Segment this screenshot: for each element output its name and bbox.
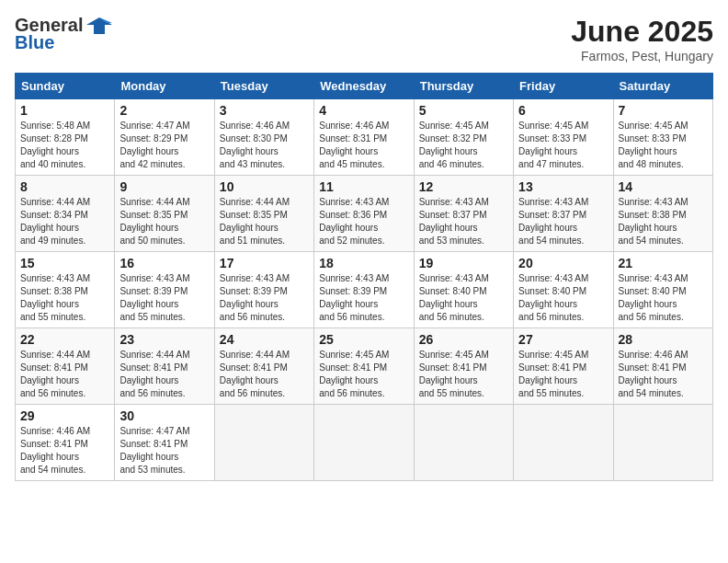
calendar-cell: 22 Sunrise: 4:44 AM Sunset: 8:41 PM Dayl…: [16, 328, 115, 405]
calendar-cell: 2 Sunrise: 4:47 AM Sunset: 8:29 PM Dayli…: [115, 99, 214, 176]
day-info: Sunrise: 4:44 AM Sunset: 8:35 PM Dayligh…: [220, 196, 309, 247]
day-info: Sunrise: 4:46 AM Sunset: 8:41 PM Dayligh…: [619, 349, 708, 400]
day-number: 19: [419, 256, 508, 270]
day-number: 22: [20, 332, 109, 347]
calendar-title-area: June 2025 Farmos, Pest, Hungary: [571, 15, 713, 63]
calendar-cell: 26 Sunrise: 4:45 AM Sunset: 8:41 PM Dayl…: [414, 328, 513, 405]
day-number: 10: [220, 179, 309, 194]
day-number: 23: [119, 332, 209, 347]
logo-bird-icon: [86, 16, 112, 36]
day-number: 5: [419, 103, 508, 118]
day-info: Sunrise: 4:47 AM Sunset: 8:29 PM Dayligh…: [119, 120, 209, 171]
calendar-cell: 19 Sunrise: 4:43 AM Sunset: 8:40 PM Dayl…: [414, 252, 513, 328]
calendar-cell: 25 Sunrise: 4:45 AM Sunset: 8:41 PM Dayl…: [314, 328, 414, 405]
day-info: Sunrise: 4:44 AM Sunset: 8:35 PM Dayligh…: [119, 196, 209, 247]
logo-blue-text: Blue: [15, 32, 54, 53]
day-number: 30: [119, 408, 209, 423]
header-sunday: Sunday: [16, 74, 115, 99]
calendar-cell: 27 Sunrise: 4:45 AM Sunset: 8:41 PM Dayl…: [514, 328, 613, 405]
calendar-cell: [214, 405, 313, 481]
day-info: Sunrise: 4:43 AM Sunset: 8:40 PM Dayligh…: [419, 272, 508, 324]
day-number: 12: [419, 179, 508, 194]
day-info: Sunrise: 4:44 AM Sunset: 8:41 PM Dayligh…: [220, 349, 309, 400]
calendar-cell: 1 Sunrise: 5:48 AM Sunset: 8:28 PM Dayli…: [16, 99, 115, 176]
day-number: 21: [619, 256, 708, 270]
day-info: Sunrise: 4:44 AM Sunset: 8:41 PM Dayligh…: [20, 349, 109, 400]
calendar-cell: 10 Sunrise: 4:44 AM Sunset: 8:35 PM Dayl…: [214, 176, 313, 252]
day-info: Sunrise: 4:43 AM Sunset: 8:40 PM Dayligh…: [619, 272, 708, 324]
day-info: Sunrise: 4:46 AM Sunset: 8:31 PM Dayligh…: [319, 120, 408, 171]
day-number: 26: [419, 332, 508, 347]
day-number: 2: [119, 103, 209, 118]
day-info: Sunrise: 4:45 AM Sunset: 8:41 PM Dayligh…: [419, 349, 508, 400]
day-number: 14: [619, 179, 708, 194]
day-info: Sunrise: 4:47 AM Sunset: 8:41 PM Dayligh…: [119, 425, 209, 477]
day-info: Sunrise: 4:43 AM Sunset: 8:39 PM Dayligh…: [220, 272, 309, 324]
calendar-cell: 7 Sunrise: 4:45 AM Sunset: 8:33 PM Dayli…: [613, 99, 712, 176]
day-info: Sunrise: 4:43 AM Sunset: 8:38 PM Dayligh…: [20, 272, 109, 324]
calendar-title: June 2025: [571, 15, 713, 49]
calendar-cell: 3 Sunrise: 4:46 AM Sunset: 8:30 PM Dayli…: [214, 99, 313, 176]
day-number: 6: [518, 103, 608, 118]
day-number: 18: [319, 256, 408, 270]
day-number: 27: [518, 332, 608, 347]
day-info: Sunrise: 4:46 AM Sunset: 8:41 PM Dayligh…: [20, 425, 109, 477]
day-number: 25: [319, 332, 408, 347]
day-info: Sunrise: 4:46 AM Sunset: 8:30 PM Dayligh…: [220, 120, 309, 171]
day-info: Sunrise: 4:43 AM Sunset: 8:38 PM Dayligh…: [619, 196, 708, 247]
week-row-1: 1 Sunrise: 5:48 AM Sunset: 8:28 PM Dayli…: [16, 99, 713, 176]
calendar-cell: 6 Sunrise: 4:45 AM Sunset: 8:33 PM Dayli…: [514, 99, 613, 176]
week-row-3: 15 Sunrise: 4:43 AM Sunset: 8:38 PM Dayl…: [16, 252, 713, 328]
weekday-header-row: Sunday Monday Tuesday Wednesday Thursday…: [16, 74, 713, 99]
calendar-cell: 29 Sunrise: 4:46 AM Sunset: 8:41 PM Dayl…: [16, 405, 115, 481]
day-info: Sunrise: 4:45 AM Sunset: 8:33 PM Dayligh…: [619, 120, 708, 171]
day-info: Sunrise: 5:48 AM Sunset: 8:28 PM Dayligh…: [20, 120, 109, 171]
day-info: Sunrise: 4:43 AM Sunset: 8:37 PM Dayligh…: [518, 196, 608, 247]
calendar-cell: 15 Sunrise: 4:43 AM Sunset: 8:38 PM Dayl…: [16, 252, 115, 328]
calendar-cell: 12 Sunrise: 4:43 AM Sunset: 8:37 PM Dayl…: [414, 176, 513, 252]
week-row-5: 29 Sunrise: 4:46 AM Sunset: 8:41 PM Dayl…: [16, 405, 713, 481]
svg-marker-0: [86, 17, 112, 34]
header-thursday: Thursday: [414, 74, 513, 99]
calendar-cell: 23 Sunrise: 4:44 AM Sunset: 8:41 PM Dayl…: [115, 328, 214, 405]
day-number: 28: [619, 332, 708, 347]
day-info: Sunrise: 4:43 AM Sunset: 8:39 PM Dayligh…: [119, 272, 209, 324]
calendar-cell: 17 Sunrise: 4:43 AM Sunset: 8:39 PM Dayl…: [214, 252, 313, 328]
calendar-cell: 9 Sunrise: 4:44 AM Sunset: 8:35 PM Dayli…: [115, 176, 214, 252]
day-info: Sunrise: 4:45 AM Sunset: 8:32 PM Dayligh…: [419, 120, 508, 171]
day-info: Sunrise: 4:43 AM Sunset: 8:40 PM Dayligh…: [518, 272, 608, 324]
week-row-4: 22 Sunrise: 4:44 AM Sunset: 8:41 PM Dayl…: [16, 328, 713, 405]
calendar-subtitle: Farmos, Pest, Hungary: [571, 49, 713, 63]
day-info: Sunrise: 4:44 AM Sunset: 8:34 PM Dayligh…: [20, 196, 109, 247]
day-number: 17: [220, 256, 309, 270]
day-number: 8: [20, 179, 109, 194]
header-friday: Friday: [514, 74, 613, 99]
calendar-cell: [414, 405, 513, 481]
day-number: 11: [319, 179, 408, 194]
calendar-cell: 21 Sunrise: 4:43 AM Sunset: 8:40 PM Dayl…: [613, 252, 712, 328]
calendar-cell: 4 Sunrise: 4:46 AM Sunset: 8:31 PM Dayli…: [314, 99, 414, 176]
week-row-2: 8 Sunrise: 4:44 AM Sunset: 8:34 PM Dayli…: [16, 176, 713, 252]
day-info: Sunrise: 4:43 AM Sunset: 8:36 PM Dayligh…: [319, 196, 408, 247]
day-number: 20: [518, 256, 608, 270]
day-info: Sunrise: 4:45 AM Sunset: 8:33 PM Dayligh…: [518, 120, 608, 171]
day-number: 3: [220, 103, 309, 118]
calendar-cell: [613, 405, 712, 481]
logo: General Blue: [15, 15, 112, 53]
day-info: Sunrise: 4:45 AM Sunset: 8:41 PM Dayligh…: [319, 349, 408, 400]
day-number: 29: [20, 408, 109, 423]
calendar-table: Sunday Monday Tuesday Wednesday Thursday…: [15, 73, 713, 481]
day-info: Sunrise: 4:45 AM Sunset: 8:41 PM Dayligh…: [518, 349, 608, 400]
page-header: General Blue June 2025 Farmos, Pest, Hun…: [15, 15, 713, 63]
day-number: 16: [119, 256, 209, 270]
calendar-cell: 8 Sunrise: 4:44 AM Sunset: 8:34 PM Dayli…: [16, 176, 115, 252]
day-number: 1: [20, 103, 109, 118]
day-number: 4: [319, 103, 408, 118]
calendar-cell: 5 Sunrise: 4:45 AM Sunset: 8:32 PM Dayli…: [414, 99, 513, 176]
day-number: 24: [220, 332, 309, 347]
header-saturday: Saturday: [613, 74, 712, 99]
day-info: Sunrise: 4:44 AM Sunset: 8:41 PM Dayligh…: [119, 349, 209, 400]
day-number: 9: [119, 179, 209, 194]
calendar-cell: 30 Sunrise: 4:47 AM Sunset: 8:41 PM Dayl…: [115, 405, 214, 481]
calendar-cell: 18 Sunrise: 4:43 AM Sunset: 8:39 PM Dayl…: [314, 252, 414, 328]
